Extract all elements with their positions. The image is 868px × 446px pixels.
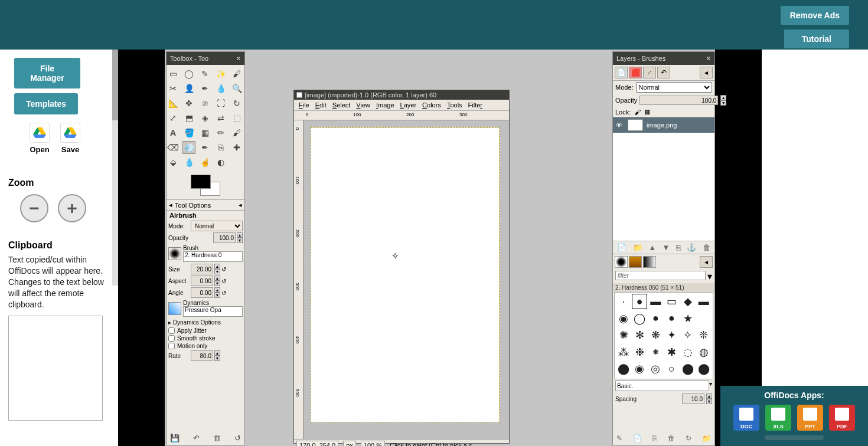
layer-opacity-input[interactable]	[639, 96, 718, 105]
blur-tool-icon[interactable]: 💧	[182, 156, 195, 169]
status-zoom-select[interactable]: 100 %	[361, 441, 385, 446]
color-swatch[interactable]	[191, 175, 220, 196]
menu-view[interactable]: View	[356, 101, 370, 109]
new-layer-icon[interactable]: 📄	[617, 243, 626, 252]
scale-tool-icon[interactable]: ⤢	[167, 112, 180, 124]
apply-jitter-checkbox[interactable]: Apply Jitter	[167, 327, 244, 335]
clone-tool-icon[interactable]: ⎘	[214, 141, 227, 154]
brush-cell[interactable]: ❊	[696, 327, 712, 343]
pencil-tool-icon[interactable]: ✏	[214, 126, 227, 139]
paintbrush-tool-icon[interactable]: 🖌	[230, 126, 243, 139]
restore-preset-icon[interactable]: ↶	[193, 434, 200, 442]
layers-title-bar[interactable]: Layers - Brushes ×	[613, 52, 714, 65]
brush-cell[interactable]: ✦	[664, 327, 679, 343]
duplicate-brush-icon[interactable]: ⎘	[652, 434, 657, 442]
brush-cell[interactable]: ★	[680, 311, 696, 326]
ellipse-select-tool-icon[interactable]: ◯	[182, 67, 195, 80]
clipboard-textarea[interactable]	[8, 316, 103, 421]
toolbox-close-icon[interactable]: ×	[236, 54, 241, 63]
brush-cell[interactable]: ⁕	[648, 345, 663, 360]
menu-filters[interactable]: Filter	[468, 101, 482, 109]
patterns-tab-icon[interactable]	[629, 256, 642, 268]
brush-filter-dropdown-icon[interactable]: ▾	[707, 271, 712, 282]
channels-tab-icon[interactable]: 🟥	[629, 67, 642, 78]
spacing-down-icon[interactable]: ▼	[706, 399, 712, 404]
free-select-tool-icon[interactable]: ✎	[198, 67, 211, 80]
dynamics-name-display[interactable]: Pressure Opa	[183, 306, 243, 317]
dodge-tool-icon[interactable]: ◐	[214, 156, 227, 169]
brush-cell[interactable]: ●	[632, 294, 647, 309]
opacity-up-icon[interactable]: ▲	[237, 232, 243, 238]
brush-cell[interactable]: ✱	[664, 345, 679, 360]
layer-up-icon[interactable]: ▲	[648, 243, 656, 252]
brush-name-display[interactable]: 2. Hardness 0	[183, 251, 243, 262]
foreground-color-swatch[interactable]	[191, 175, 211, 189]
canvas-area[interactable]: ⟡	[304, 120, 509, 439]
align-tool-icon[interactable]: ⎚	[198, 97, 211, 110]
gradients-tab-icon[interactable]	[643, 256, 656, 268]
menu-tools[interactable]: Tools	[447, 101, 462, 109]
app-xls-button[interactable]: XLS	[765, 405, 791, 431]
measure-tool-icon[interactable]: 📐	[167, 97, 180, 110]
perspective-clone-tool-icon[interactable]: ⬙	[167, 156, 180, 169]
flip-tool-icon[interactable]: ⇄	[214, 112, 227, 124]
angle-down-icon[interactable]: ▼	[214, 293, 220, 298]
size-reset-icon[interactable]: ↺	[221, 266, 226, 273]
menu-edit[interactable]: Edit	[315, 101, 327, 109]
lock-pixels-icon[interactable]: 🖌	[634, 109, 641, 116]
shear-tool-icon[interactable]: ⬒	[182, 112, 195, 124]
cage-tool-icon[interactable]: ⬚	[230, 112, 243, 124]
delete-brush-icon[interactable]: 🗑	[668, 434, 675, 442]
open-brush-folder-icon[interactable]: 📁	[702, 434, 711, 442]
smudge-tool-icon[interactable]: ☝	[198, 156, 211, 169]
perspective-tool-icon[interactable]: ◈	[198, 112, 211, 124]
rate-up-icon[interactable]: ▲	[214, 350, 220, 356]
brush-cell[interactable]: ▬	[648, 294, 663, 309]
aspect-reset-icon[interactable]: ↺	[221, 278, 226, 284]
paths-tab-icon[interactable]: ⟋	[643, 67, 656, 78]
size-up-icon[interactable]: ▲	[214, 264, 220, 269]
layer-name[interactable]: image.png	[647, 122, 677, 129]
brush-cell[interactable]: ●	[664, 311, 679, 326]
tool-mode-select[interactable]: Normal	[191, 221, 243, 231]
delete-preset-icon[interactable]: 🗑	[213, 434, 221, 442]
zoom-tool-icon[interactable]: 🔍	[230, 82, 243, 95]
spacing-input[interactable]	[682, 393, 704, 404]
open-item[interactable]: Open	[30, 123, 50, 154]
edit-brush-icon[interactable]: ✎	[616, 434, 622, 442]
aspect-input[interactable]	[191, 276, 213, 286]
tool-options-toggle-icon[interactable]: ◂	[169, 201, 172, 209]
move-tool-icon[interactable]: ✥	[182, 97, 195, 110]
angle-up-icon[interactable]: ▲	[214, 287, 220, 293]
brush-cell[interactable]: ⁂	[616, 345, 631, 360]
brush-cell[interactable]: ✻	[632, 327, 647, 343]
tool-options-menu-icon[interactable]: ◂	[239, 201, 242, 209]
brush-cell[interactable]: ❉	[632, 345, 647, 360]
brush-cell[interactable]: ○	[664, 361, 679, 376]
brush-cell[interactable]: ◉	[632, 361, 647, 376]
brush-cell[interactable]: ◍	[696, 345, 712, 360]
heal-tool-icon[interactable]: ✚	[230, 141, 243, 154]
app-doc-button[interactable]: DOC	[733, 405, 759, 431]
layer-visibility-icon[interactable]: 👁	[616, 122, 624, 129]
undo-tab-icon[interactable]: ↶	[657, 67, 670, 78]
brush-cell[interactable]: ◎	[648, 361, 663, 376]
brush-cell[interactable]: ◯	[632, 311, 647, 326]
status-unit-select[interactable]: px	[343, 441, 356, 446]
brush-shape-select[interactable]	[615, 381, 709, 391]
eraser-tool-icon[interactable]: ⌫	[167, 141, 180, 154]
lock-alpha-icon[interactable]: ▦	[644, 108, 650, 116]
new-brush-icon[interactable]: 📄	[633, 434, 642, 442]
menu-colors[interactable]: Colors	[422, 101, 441, 109]
aspect-up-icon[interactable]: ▲	[214, 276, 220, 281]
brush-cell[interactable]	[696, 311, 712, 326]
brush-cell[interactable]: ▬	[696, 294, 712, 309]
image-title-bar[interactable]: [image] (imported)-1.0 (RGB color, 1 lay…	[294, 90, 509, 100]
blend-tool-icon[interactable]: ▦	[198, 126, 211, 139]
brush-cell[interactable]: ◌	[680, 345, 696, 360]
toolbox-title-bar[interactable]: Toolbox - Too ×	[167, 52, 244, 65]
save-preset-icon[interactable]: 💾	[170, 434, 180, 442]
menu-file[interactable]: File	[299, 101, 309, 109]
brush-cell[interactable]: ◉	[616, 311, 631, 326]
angle-input[interactable]	[191, 287, 213, 298]
